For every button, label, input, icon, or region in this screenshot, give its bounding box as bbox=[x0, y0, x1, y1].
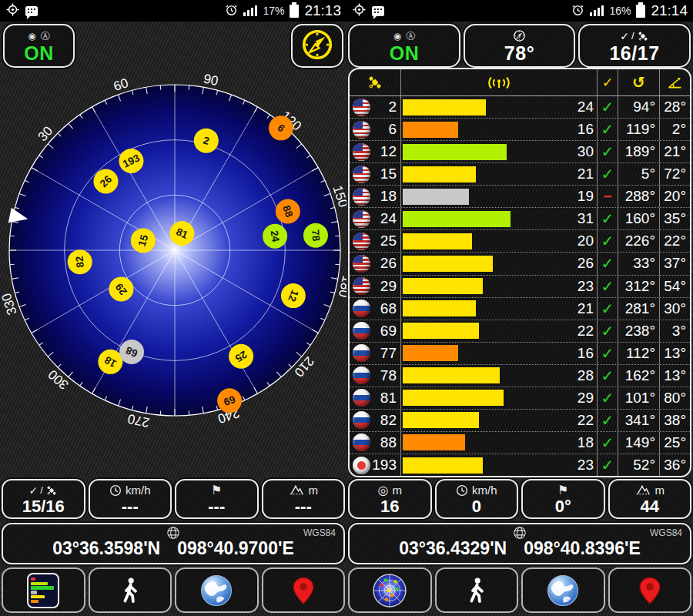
toolbar-earth-button[interactable] bbox=[521, 567, 605, 613]
used-check-icon: ✓ bbox=[601, 411, 614, 430]
auto-mode-icon: Ⓐ bbox=[406, 32, 415, 41]
signal-cell: 31 bbox=[401, 208, 598, 229]
tile-speed[interactable]: km/h0 bbox=[435, 479, 519, 519]
flag-ru-icon bbox=[353, 367, 370, 384]
azimuth-cell: 288° bbox=[618, 186, 660, 207]
flag-us-icon bbox=[353, 99, 370, 116]
compass-icon bbox=[513, 29, 526, 43]
signal-cell: 23 bbox=[401, 454, 598, 476]
azimuth-cell: 52° bbox=[618, 454, 660, 476]
satellite-marker: 2 bbox=[194, 129, 219, 153]
tile-value: --- bbox=[122, 497, 139, 515]
elevation-cell: 2° bbox=[660, 119, 690, 140]
coordinates: 03°36.3598'N098°40.9700'E bbox=[3, 538, 343, 559]
snr-value: 29 bbox=[578, 390, 594, 407]
used-cell: ✓ bbox=[598, 454, 618, 476]
heading-value: 78° bbox=[504, 43, 534, 63]
satellite-row: 2520✓226°22° bbox=[350, 229, 690, 252]
snr-value: 28 bbox=[578, 367, 594, 384]
prn: 193 bbox=[370, 457, 400, 474]
flag-us-icon bbox=[353, 277, 370, 295]
tile-bearing[interactable]: ⚑--- bbox=[175, 479, 259, 519]
azimuth-cell: 341° bbox=[618, 410, 660, 431]
prn: 69 bbox=[370, 323, 400, 340]
elevation-cell: 80° bbox=[660, 387, 690, 409]
tile-speed[interactable]: km/h--- bbox=[89, 479, 172, 519]
azimuth-cell: 5° bbox=[618, 163, 660, 185]
satellite-row: 2923✓312°54° bbox=[350, 275, 690, 297]
bearing-flag-icon: ⚑ bbox=[211, 484, 222, 497]
satellite-marker: 18 bbox=[98, 350, 122, 374]
coordinates: 03°36.4329'N098°40.8396'E bbox=[350, 538, 690, 559]
snr-value: 19 bbox=[578, 188, 594, 205]
prn: 88 bbox=[370, 434, 400, 451]
tile-value: 16 bbox=[380, 497, 399, 515]
satellite-marker: 12 bbox=[281, 283, 306, 308]
used-cell: ✓ bbox=[598, 432, 618, 454]
alarm-clock-icon bbox=[225, 3, 238, 16]
tile-accuracy[interactable]: ◎m16 bbox=[348, 479, 432, 519]
toolbar-earth-button[interactable] bbox=[175, 567, 259, 613]
longitude: 098°40.9700'E bbox=[177, 538, 294, 558]
satellite-marker: 6 bbox=[269, 116, 293, 140]
satellite-id-cell: 18 bbox=[350, 186, 401, 207]
status-bar: 17% 21:13 bbox=[0, 0, 346, 22]
satellite-row: 1819−288°20° bbox=[350, 185, 690, 207]
satellite-table[interactable]: ✓↺ 224✓94°28°616✓119°2°1230✓189°21°1521✓… bbox=[348, 68, 691, 477]
prn: 2 bbox=[370, 99, 400, 116]
toolbar-signal-bars-view-button[interactable] bbox=[2, 567, 85, 613]
clock-text: 21:14 bbox=[651, 2, 688, 19]
satellite-marker: 69 bbox=[217, 388, 242, 413]
satellite-id-cell: 24 bbox=[350, 208, 401, 229]
latitude: 03°36.3598'N bbox=[52, 538, 160, 558]
signal-cell: 28 bbox=[401, 365, 598, 387]
toolbar-map-pin-button[interactable] bbox=[608, 567, 692, 613]
datum-label: WGS84 bbox=[303, 527, 336, 538]
position-bar[interactable]: WGS84 03°36.3598'N098°40.9700'E bbox=[2, 523, 345, 564]
prn: 81 bbox=[370, 390, 400, 407]
used-check-icon: ✓ bbox=[601, 165, 614, 183]
right-screen: 16% 21:14 ◉Ⓐ ON 78° ✓/ 16/17 ✓↺ 224✓94°2… bbox=[346, 0, 693, 616]
used-check-icon: ✓ bbox=[601, 120, 614, 139]
unused-dash-icon: − bbox=[603, 188, 612, 206]
flag-us-icon bbox=[353, 255, 370, 273]
used-check-icon: ✓ bbox=[601, 322, 614, 340]
bearing-flag-icon: ⚑ bbox=[557, 484, 568, 497]
tile-bearing[interactable]: ⚑0° bbox=[521, 479, 605, 519]
tile-value: 0 bbox=[472, 497, 481, 515]
battery-icon bbox=[290, 5, 299, 18]
satellite-row: 224✓94°28° bbox=[350, 96, 690, 118]
toolbar-satellites-sky-view-button[interactable] bbox=[348, 567, 432, 613]
satellite-row: 616✓119°2° bbox=[350, 118, 690, 140]
compass-button[interactable] bbox=[291, 24, 343, 68]
satellite-marker: 25 bbox=[229, 344, 253, 369]
used-visible-satellites-icon: ✓/ bbox=[29, 484, 58, 497]
bottom-toolbar bbox=[346, 567, 693, 613]
tile-value: --- bbox=[208, 497, 225, 515]
elevation-cell: 72° bbox=[660, 163, 690, 185]
battery-icon bbox=[636, 5, 645, 18]
toolbar-walking-person-button[interactable] bbox=[89, 567, 172, 613]
gps-on-button[interactable]: ◉Ⓐ ON bbox=[3, 24, 75, 68]
used-cell: ✓ bbox=[598, 208, 618, 229]
battery-percent: 16% bbox=[609, 5, 631, 17]
used-cell: ✓ bbox=[598, 343, 618, 364]
azimuth-cell: 312° bbox=[618, 276, 660, 297]
gps-on-button[interactable]: ◉Ⓐ ON bbox=[348, 24, 460, 68]
tile-altitude[interactable]: m44 bbox=[608, 479, 692, 519]
toolbar-walking-person-button[interactable] bbox=[435, 567, 519, 613]
satellite-row: 8818✓149°25° bbox=[350, 431, 690, 454]
azimuth-cell: 160° bbox=[618, 208, 660, 229]
snr-value: 26 bbox=[578, 255, 594, 272]
tile-fix[interactable]: ✓/15/16 bbox=[2, 479, 85, 519]
earth-icon bbox=[546, 574, 580, 608]
satellite-marker: 26 bbox=[93, 169, 118, 193]
position-bar[interactable]: WGS84 03°36.4329'N098°40.8396'E bbox=[348, 523, 691, 564]
tile-value: 15/16 bbox=[22, 497, 65, 515]
used-cell: ✓ bbox=[598, 410, 618, 431]
toolbar-map-pin-button[interactable] bbox=[262, 567, 346, 613]
used-cell: ✓ bbox=[598, 230, 618, 252]
heading-button[interactable]: 78° bbox=[464, 24, 575, 68]
tile-altitude[interactable]: m--- bbox=[262, 479, 346, 519]
fix-ratio-button[interactable]: ✓/ 16/17 bbox=[578, 24, 691, 68]
